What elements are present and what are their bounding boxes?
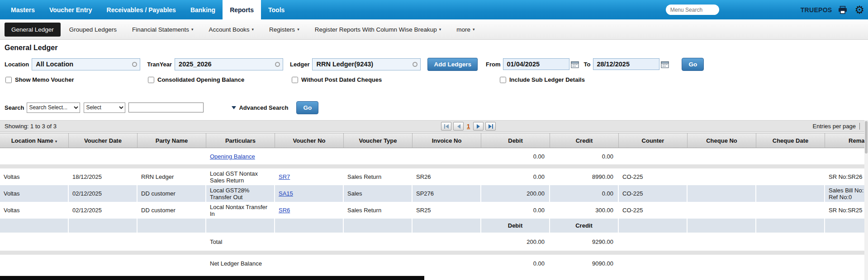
scrollbar-thumb[interactable] bbox=[865, 121, 868, 154]
tab-label: General Ledger bbox=[11, 26, 54, 33]
from-calendar-icon[interactable] bbox=[571, 61, 579, 68]
col-header-cheque-date[interactable]: Cheque Date bbox=[756, 133, 825, 148]
cell-cheque-date bbox=[756, 185, 825, 202]
vertical-scrollbar[interactable] bbox=[864, 120, 868, 280]
next-page-button[interactable] bbox=[473, 122, 484, 131]
table-row: Voltas 02/12/2025 DD customer Local GST2… bbox=[0, 185, 864, 202]
nav-item-reports[interactable]: Reports bbox=[223, 0, 261, 19]
location-label: Location bbox=[5, 61, 29, 68]
col-header-invoice-no[interactable]: Invoice No bbox=[413, 133, 481, 148]
voucher-no-link[interactable]: SR6 bbox=[279, 207, 290, 214]
ledger-input[interactable] bbox=[312, 58, 421, 70]
cell-credit: 8990.00 bbox=[550, 168, 619, 185]
nav-item-receivables-payables[interactable]: Receivables / Payables bbox=[100, 0, 183, 19]
checkbox-label: Without Post Dated Cheques bbox=[301, 76, 382, 83]
tranyear-lookup-icon[interactable] bbox=[275, 62, 280, 67]
tranyear-label: TranYear bbox=[147, 61, 172, 68]
ledger-table-container: Location Name▾ Voucher Date Party Name P… bbox=[0, 133, 864, 272]
col-header-voucher-no[interactable]: Voucher No bbox=[275, 133, 344, 148]
menu-search-input[interactable] bbox=[666, 5, 719, 15]
from-date-input[interactable] bbox=[503, 58, 569, 70]
filter-row: Location TranYear Ledger Add Ledgers Fro… bbox=[5, 57, 868, 71]
current-page-number[interactable]: 1 bbox=[467, 123, 470, 130]
col-header-particulars[interactable]: Particulars bbox=[206, 133, 275, 148]
net-balance-label: Net Ledger Balance bbox=[206, 255, 275, 272]
tab-more[interactable]: more ▾ bbox=[450, 23, 481, 37]
tab-account-books[interactable]: Account Books ▾ bbox=[202, 23, 261, 37]
cutoff-control-edge bbox=[859, 123, 861, 130]
opening-balance-link[interactable]: Opening Balance bbox=[210, 153, 255, 160]
report-tabbar: General Ledger Grouped Ledgers Financial… bbox=[0, 19, 868, 40]
cell-remarks: SR No:SR25 bbox=[825, 202, 864, 219]
col-header-counter[interactable]: Counter bbox=[619, 133, 688, 148]
cell-cheque-no bbox=[688, 202, 756, 219]
cell-particulars: Local GST28% Transfer Out bbox=[206, 185, 275, 202]
cell-particulars: Local Nontax Transfer In bbox=[206, 202, 275, 219]
search-go-button[interactable]: Go bbox=[296, 101, 318, 114]
tab-registers[interactable]: Registers ▾ bbox=[262, 23, 306, 37]
voucher-no-link[interactable]: SA15 bbox=[279, 190, 293, 197]
opening-credit: 0.00 bbox=[550, 148, 619, 164]
cell-debit: 200.00 bbox=[481, 185, 550, 202]
voucher-no-link[interactable]: SR7 bbox=[279, 173, 290, 180]
nav-item-masters[interactable]: Masters bbox=[4, 0, 42, 19]
ledger-lookup-icon[interactable] bbox=[413, 62, 417, 67]
to-calendar-icon[interactable] bbox=[661, 61, 669, 68]
cell-voucher-type: Sales Return bbox=[344, 202, 413, 219]
summary-header-row: Debit Credit bbox=[0, 219, 864, 233]
tab-label: Registers bbox=[269, 26, 295, 33]
chevron-down-icon: ▾ bbox=[473, 27, 475, 32]
settings-gear-icon[interactable]: ⚙ bbox=[854, 5, 864, 15]
show-memo-voucher-checkbox[interactable] bbox=[5, 77, 12, 83]
search-condition-select[interactable]: Select bbox=[84, 103, 125, 113]
advanced-search-toggle[interactable]: Advanced Search bbox=[232, 104, 288, 111]
location-lookup-icon[interactable] bbox=[132, 62, 137, 67]
first-page-button[interactable] bbox=[441, 122, 451, 131]
tab-grouped-ledgers[interactable]: Grouped Ledgers bbox=[62, 23, 123, 37]
print-icon[interactable] bbox=[838, 6, 847, 14]
col-header-voucher-date[interactable]: Voucher Date bbox=[69, 133, 138, 148]
cell-location: Voltas bbox=[0, 185, 69, 202]
total-debit: 200.00 bbox=[481, 233, 550, 251]
search-input[interactable] bbox=[128, 103, 204, 112]
to-label: To bbox=[583, 61, 590, 68]
cell-location: Voltas bbox=[0, 202, 69, 219]
cell-voucher-type: Sales Return bbox=[344, 168, 413, 185]
nav-item-banking[interactable]: Banking bbox=[183, 0, 223, 19]
col-header-voucher-type[interactable]: Voucher Type bbox=[344, 133, 413, 148]
tab-register-reports-columnwise[interactable]: Register Reports With Column Wise Breaku… bbox=[308, 23, 448, 37]
tab-label: Register Reports With Column Wise Breaku… bbox=[315, 26, 437, 33]
location-input[interactable] bbox=[32, 58, 140, 70]
nav-item-voucher-entry[interactable]: Voucher Entry bbox=[42, 0, 100, 19]
previous-page-button[interactable] bbox=[453, 122, 464, 131]
showing-count-text: Showing: 1 to 3 of 3 bbox=[5, 123, 57, 130]
bottom-window-edge bbox=[0, 276, 424, 280]
consolidated-opening-balance-checkbox[interactable] bbox=[148, 77, 154, 83]
include-sub-ledger-details-checkbox[interactable] bbox=[500, 77, 506, 83]
col-header-cheque-no[interactable]: Cheque No bbox=[688, 133, 756, 148]
cell-voucher-date: 02/12/2025 bbox=[69, 185, 138, 202]
entries-per-page-label: Entries per page bbox=[813, 123, 861, 130]
to-date-input[interactable] bbox=[593, 58, 659, 70]
nav-item-tools[interactable]: Tools bbox=[261, 0, 292, 19]
cell-cheque-date bbox=[756, 202, 825, 219]
cell-invoice-no: SR26 bbox=[413, 168, 481, 185]
cell-party: RRN Ledger bbox=[138, 168, 206, 185]
opening-balance-row: Opening Balance 0.00 0.00 bbox=[0, 148, 864, 164]
add-ledgers-button[interactable]: Add Ledgers bbox=[427, 58, 478, 71]
tab-general-ledger[interactable]: General Ledger bbox=[5, 23, 61, 37]
search-field-select[interactable]: Search Select... bbox=[27, 103, 80, 113]
tranyear-input[interactable] bbox=[175, 58, 283, 70]
without-post-dated-cheques-checkbox[interactable] bbox=[292, 77, 298, 83]
last-page-button[interactable] bbox=[485, 122, 496, 131]
cell-counter: CO-225 bbox=[619, 202, 688, 219]
filter-go-button[interactable]: Go bbox=[682, 58, 704, 71]
col-header-location-name[interactable]: Location Name▾ bbox=[0, 133, 69, 148]
net-credit: 9090.00 bbox=[550, 255, 619, 272]
col-header-party-name[interactable]: Party Name bbox=[138, 133, 206, 148]
col-header-credit[interactable]: Credit bbox=[550, 133, 619, 148]
chevron-down-icon: ▾ bbox=[297, 27, 299, 32]
col-header-remarks[interactable]: Remarks bbox=[825, 133, 864, 148]
col-header-debit[interactable]: Debit bbox=[481, 133, 550, 148]
tab-financial-statements[interactable]: Financial Statements ▾ bbox=[125, 23, 200, 37]
